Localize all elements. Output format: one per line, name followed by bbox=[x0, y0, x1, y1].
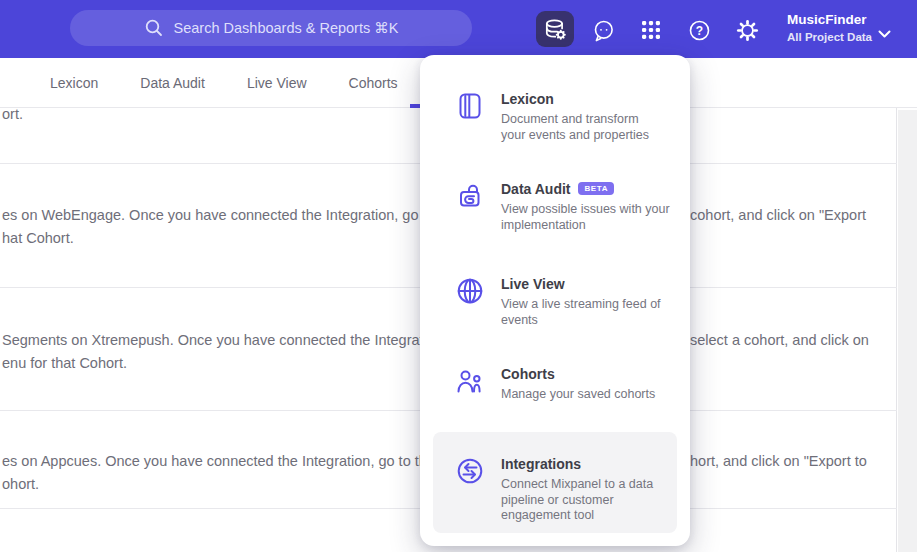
row-webengage-line2: hat Cohort. bbox=[2, 227, 74, 249]
grid-icon bbox=[640, 19, 662, 41]
menu-item-title: Live View bbox=[501, 276, 681, 292]
database-gear-icon bbox=[543, 17, 567, 41]
gear-icon bbox=[736, 19, 759, 42]
search-input[interactable]: Search Dashboards & Reports ⌘K bbox=[70, 10, 472, 46]
svg-text:?: ? bbox=[695, 24, 702, 38]
integrations-sync-icon bbox=[455, 456, 485, 486]
row-text-partial: ort. bbox=[2, 103, 23, 125]
app-window: Search Dashboards & Reports ⌘K bbox=[0, 0, 917, 552]
tab-data-audit[interactable]: Data Audit bbox=[140, 75, 205, 91]
menu-item-data-audit[interactable]: Data Audit BETA View possible issues wit… bbox=[455, 181, 681, 233]
question-circle-icon: ? bbox=[688, 19, 711, 42]
menu-item-lexicon[interactable]: Lexicon Document and transform your even… bbox=[455, 91, 681, 143]
tab-cohorts[interactable]: Cohorts bbox=[349, 75, 398, 91]
menu-item-title: Lexicon bbox=[501, 91, 681, 107]
live-view-globe-icon bbox=[455, 276, 485, 306]
menu-item-integrations[interactable]: Integrations Connect Mixpanel to a data … bbox=[433, 432, 677, 533]
row-webengage-line1: es on WebEngage. Once you have connected… bbox=[2, 204, 459, 226]
menu-item-desc: Connect Mixpanel to a data pipeline or c… bbox=[501, 477, 681, 524]
side-gutter bbox=[898, 110, 917, 552]
cohorts-users-icon bbox=[455, 366, 485, 396]
row-xtremepush-line1-right: select a cohort, and click on bbox=[690, 329, 869, 351]
menu-item-title: Data Audit BETA bbox=[501, 181, 681, 197]
menu-item-desc: Document and transform your events and p… bbox=[501, 112, 681, 143]
apps-grid-button[interactable] bbox=[639, 18, 663, 42]
beta-badge: BETA bbox=[578, 182, 614, 195]
search-icon bbox=[144, 18, 164, 38]
tab-live-view[interactable]: Live View bbox=[247, 75, 307, 91]
menu-item-title: Cohorts bbox=[501, 366, 681, 382]
row-appcues-line1: es on Appcues. Once you have connected t… bbox=[2, 450, 451, 472]
menu-item-cohorts[interactable]: Cohorts Manage your saved cohorts bbox=[455, 366, 681, 403]
data-management-dropdown: Lexicon Document and transform your even… bbox=[420, 55, 690, 546]
tab-lexicon[interactable]: Lexicon bbox=[50, 75, 98, 91]
row-xtremepush-line1: Segments on Xtremepush. Once you have co… bbox=[2, 329, 447, 351]
menu-item-desc: View possible issues with your implement… bbox=[501, 202, 681, 233]
feedback-button[interactable] bbox=[591, 18, 615, 42]
menu-item-desc: View a live streaming feed of events bbox=[501, 297, 681, 328]
help-button[interactable]: ? bbox=[687, 18, 711, 42]
row-xtremepush-line2: enu for that Cohort. bbox=[2, 352, 127, 374]
project-name: MusicFinder bbox=[787, 12, 872, 28]
row-appcues-line1-right: hort, and click on "Export to bbox=[690, 450, 867, 472]
menu-item-desc: Manage your saved cohorts bbox=[501, 387, 681, 403]
menu-item-live-view[interactable]: Live View View a live streaming feed of … bbox=[455, 276, 681, 328]
row-webengage-line1-right: cohort, and click on "Export bbox=[690, 204, 866, 226]
chat-bubble-icon bbox=[592, 19, 615, 42]
data-audit-lock-icon bbox=[455, 181, 485, 211]
menu-item-title-text: Data Audit bbox=[501, 181, 570, 197]
top-nav-bar: Search Dashboards & Reports ⌘K bbox=[0, 0, 917, 58]
chevron-down-icon[interactable] bbox=[878, 25, 891, 43]
lexicon-book-icon bbox=[455, 91, 485, 121]
search-placeholder: Search Dashboards & Reports ⌘K bbox=[174, 20, 399, 36]
data-management-button[interactable] bbox=[536, 11, 574, 47]
menu-item-title: Integrations bbox=[501, 456, 681, 472]
row-appcues-line2: ohort. bbox=[2, 473, 39, 495]
project-subtitle: All Project Data bbox=[787, 31, 872, 45]
settings-button[interactable] bbox=[735, 18, 759, 42]
project-switcher[interactable]: MusicFinder All Project Data bbox=[787, 12, 872, 45]
